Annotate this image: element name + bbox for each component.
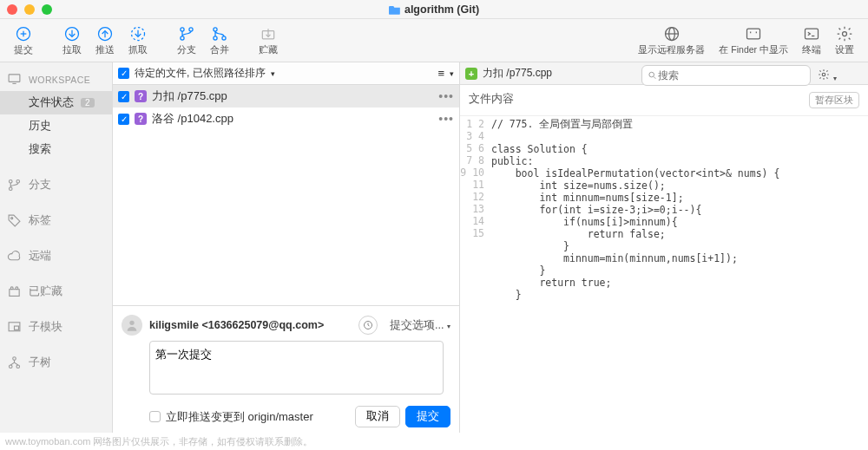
svg-point-33 [16, 179, 20, 183]
svg-point-11 [189, 27, 193, 30]
sidebar-workspace-toggle[interactable]: WORKSPACE [0, 68, 112, 91]
untracked-icon: ? [135, 90, 147, 102]
svg-point-41 [9, 365, 12, 368]
sidebar: WORKSPACE 文件状态 2 历史 搜索 分支 标签 远端 已贮藏 [0, 62, 113, 433]
subtree-icon [7, 355, 22, 370]
file-row[interactable]: ?力扣 /p775.cpp••• [113, 85, 459, 108]
fetch-button[interactable]: 抓取 [122, 25, 155, 56]
pull-button[interactable]: 拉取 [56, 25, 89, 56]
svg-point-34 [11, 218, 13, 219]
push-immediately-checkbox[interactable] [149, 411, 161, 422]
svg-rect-35 [10, 290, 19, 297]
file-path: 力扣 /p775.cpp [152, 88, 227, 104]
chevron-down-icon: ▾ [271, 69, 275, 78]
svg-rect-20 [747, 29, 760, 39]
file-content-label: 文件内容 [469, 92, 514, 108]
merge-button[interactable]: 合并 [203, 25, 236, 56]
zoom-window[interactable] [42, 4, 52, 15]
cloud-icon [7, 249, 22, 264]
svg-point-43 [129, 321, 134, 325]
sidebar-item-history[interactable]: 历史 [0, 114, 112, 138]
svg-point-37 [16, 287, 18, 290]
window-title: algorithm (Git) [404, 3, 479, 16]
svg-point-31 [9, 179, 12, 183]
cancel-button[interactable]: 取消 [355, 406, 400, 427]
svg-point-14 [222, 36, 226, 39]
commit-button[interactable]: 提交 [7, 25, 40, 56]
user-icon [125, 318, 139, 332]
file-checkbox[interactable] [118, 114, 129, 125]
sidebar-item-submodules[interactable]: 子模块 [0, 316, 112, 339]
stash-button[interactable]: 贮藏 [252, 25, 285, 56]
search-options-icon[interactable]: ▾ [818, 68, 837, 83]
sidebar-item-stashes[interactable]: 已贮藏 [0, 280, 112, 303]
submit-button[interactable]: 提交 [405, 406, 450, 427]
svg-point-25 [843, 31, 847, 36]
commit-message-input[interactable] [149, 341, 444, 395]
watermark-text: www.toymoban.com 网络图片仅供展示，非存储，如有侵权请联系删除。 [5, 435, 312, 448]
monitor-icon [7, 72, 22, 87]
svg-point-28 [823, 73, 826, 76]
code-body: // 775. 全局倒置与局部倒置 class Solution { publi… [491, 118, 779, 301]
commit-author: kiligsmile <1636625079@qq.com> [149, 319, 324, 331]
file-checkbox[interactable] [118, 91, 129, 102]
terminal-button[interactable]: 终端 [795, 25, 828, 56]
svg-point-9 [181, 27, 184, 30]
view-mode-icon[interactable]: ≡ [437, 67, 444, 80]
svg-point-13 [214, 36, 217, 39]
file-path: 洛谷 /p1042.cpp [152, 111, 233, 127]
tag-icon [7, 213, 22, 228]
svg-point-12 [214, 27, 217, 30]
svg-point-42 [16, 365, 20, 368]
svg-point-26 [649, 72, 654, 77]
settings-button[interactable]: 设置 [828, 25, 861, 56]
file-more-icon[interactable]: ••• [438, 112, 454, 126]
svg-point-10 [181, 36, 184, 39]
svg-point-32 [9, 187, 12, 191]
added-file-icon: + [465, 68, 477, 80]
sidebar-item-search[interactable]: 搜索 [0, 138, 112, 161]
file-row[interactable]: ?洛谷 /p1042.cpp••• [113, 108, 459, 130]
history-dropdown[interactable] [358, 316, 378, 335]
search-icon [648, 70, 657, 81]
untracked-icon: ? [135, 113, 147, 125]
branch-icon [7, 178, 22, 192]
sidebar-item-file-status[interactable]: 文件状态 2 [0, 91, 112, 114]
commit-options-dropdown[interactable]: 提交选项... ▾ [390, 318, 450, 333]
svg-point-36 [10, 287, 13, 290]
svg-rect-23 [806, 29, 819, 39]
show-in-finder-button[interactable]: 在 Finder 中显示 [712, 25, 795, 56]
push-button[interactable]: 推送 [89, 25, 122, 56]
sidebar-item-branches[interactable]: 分支 [0, 173, 112, 197]
close-window[interactable] [7, 4, 17, 15]
sidebar-item-tags[interactable]: 标签 [0, 209, 112, 232]
line-gutter: 1 2 3 4 5 6 7 8 9 10 11 12 13 14 15 [460, 118, 491, 301]
svg-point-40 [13, 357, 16, 361]
remote-server-button[interactable]: 显示远程服务器 [631, 25, 712, 56]
branch-button[interactable]: 分支 [170, 25, 203, 56]
push-immediately-label: 立即推送变更到 origin/master [166, 409, 313, 425]
avatar [122, 315, 142, 336]
minimize-window[interactable] [24, 4, 35, 15]
svg-line-27 [654, 76, 655, 78]
file-more-icon[interactable]: ••• [438, 89, 454, 103]
folder-icon [389, 4, 401, 15]
svg-rect-29 [9, 75, 20, 82]
stash-icon [7, 284, 22, 299]
svg-rect-39 [15, 326, 19, 329]
search-input[interactable] [658, 69, 806, 82]
chevron-down-icon: ▾ [450, 69, 454, 78]
commit-panel: kiligsmile <1636625079@qq.com> 提交选项... ▾… [113, 305, 459, 433]
stage-hunk-button[interactable]: 暂存区块 [809, 92, 859, 108]
file-sorter-bar[interactable]: 待定的文件, 已依照路径排序 ▾ ≡ ▾ [113, 62, 459, 85]
clock-icon [363, 320, 373, 330]
sidebar-item-subtrees[interactable]: 子树 [0, 351, 112, 375]
sidebar-item-remotes[interactable]: 远端 [0, 245, 112, 268]
toolbar: 提交 拉取 推送 抓取 分支 合并 贮藏 显示远程服务器 在 Finder 中显… [0, 19, 868, 62]
file-status-badge: 2 [81, 98, 95, 108]
submodule-icon [7, 320, 22, 335]
search-box[interactable] [641, 65, 811, 86]
select-all-checkbox[interactable] [118, 68, 129, 79]
